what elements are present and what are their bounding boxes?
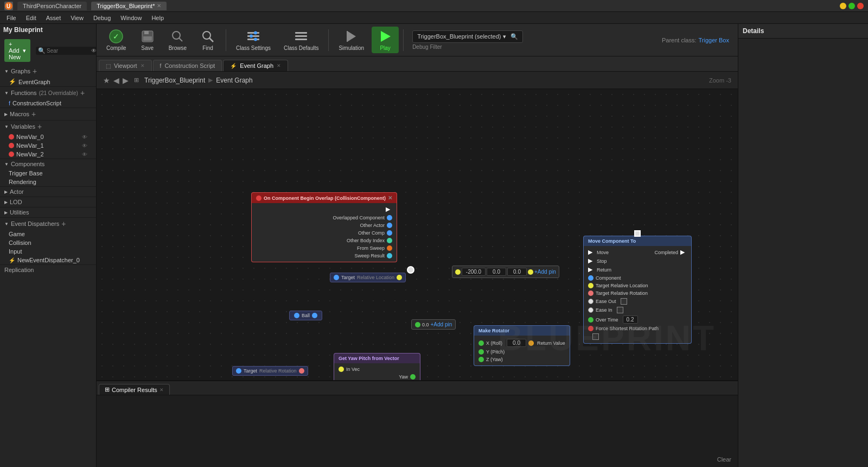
xyz-exec-in <box>455 269 461 275</box>
breadcrumb-graph[interactable]: Event Graph <box>216 77 252 84</box>
play-button[interactable]: Play <box>372 27 399 53</box>
search-input[interactable] <box>47 48 90 54</box>
var-newvar1[interactable]: NewVar_1 👁 <box>0 141 96 150</box>
macros-header[interactable]: ▶ Macros + <box>0 108 96 120</box>
comp-trigger-base[interactable]: Trigger Base <box>0 169 96 178</box>
pin-ease-out: Ease Out <box>584 297 691 306</box>
compiler-results-close[interactable]: ✕ <box>159 387 164 393</box>
menu-file[interactable]: File <box>2 14 21 22</box>
var-newvar2[interactable]: NewVar_2 👁 <box>0 150 96 159</box>
y-value-input[interactable] <box>487 268 506 276</box>
xyz-values-node[interactable]: +Add pin <box>452 266 559 278</box>
var1-eye[interactable]: 👁 <box>82 143 87 149</box>
utilities-header[interactable]: ▶ Utilities <box>0 207 96 217</box>
menu-edit[interactable]: Edit <box>22 14 41 22</box>
minimize-button[interactable] <box>840 3 846 9</box>
save-button[interactable]: Save <box>134 27 161 53</box>
search-bar[interactable]: 🔍 👁 <box>36 47 97 55</box>
menu-view[interactable]: View <box>66 14 88 22</box>
collision-node-close[interactable]: ✕ <box>388 195 392 201</box>
debug-filter-search-icon[interactable]: 🔍 <box>510 33 518 40</box>
breadcrumb-star[interactable]: ★ <box>103 76 110 85</box>
actor-header[interactable]: ▶ Actor <box>0 187 96 197</box>
target-location-node[interactable]: Target Relative Location <box>330 273 406 282</box>
simulation-icon <box>344 29 359 44</box>
variables-add[interactable]: + <box>37 122 42 131</box>
tab-viewport[interactable]: ⬚ Viewport ✕ <box>99 60 152 71</box>
collision-node[interactable]: On Component Begin Overlap (CollisionCom… <box>251 192 397 262</box>
var0-color <box>9 134 14 140</box>
add-pin-node[interactable]: 0.0 +Add pin <box>411 319 456 330</box>
breadcrumb-forward[interactable]: ▶ <box>123 76 129 85</box>
class-settings-button[interactable]: Class Settings <box>231 27 276 53</box>
dispatcher-collision[interactable]: Collision <box>0 238 96 247</box>
bottom-panel: ⊞ Compiler Results ✕ Clear <box>97 380 738 467</box>
addpin-value: 0.0 <box>422 322 429 327</box>
tab-event-graph[interactable]: ⚡ Event Graph ✕ <box>223 60 288 71</box>
close-button[interactable] <box>857 3 864 9</box>
eye-icon[interactable]: 👁 <box>91 48 97 54</box>
graphs-section: ▼ Graphs + ⚡ EventGraph <box>0 65 96 87</box>
pin-fromsweep-label: From Sweep <box>357 245 385 251</box>
graph-item-eventgraph[interactable]: ⚡ EventGraph <box>0 77 96 86</box>
functions-header[interactable]: ▼ Functions (21 Overridable) + <box>0 87 96 99</box>
graphs-add[interactable]: + <box>33 67 37 75</box>
right-panel: Details <box>738 24 868 467</box>
menu-debug[interactable]: Debug <box>89 14 115 22</box>
find-button[interactable]: Find <box>194 27 221 53</box>
dispatcher-game[interactable]: Game <box>0 230 96 238</box>
construction-tab-icon: f <box>160 63 162 69</box>
var-newvar0[interactable]: NewVar_0 👁 <box>0 132 96 141</box>
function-construction-script[interactable]: f ConstructionScript <box>0 99 96 108</box>
addpin-button[interactable]: +Add pin <box>431 321 452 327</box>
breadcrumb-separator: ▶ <box>208 77 213 84</box>
debug-filter-dropdown[interactable]: TriggerBox_Blueprint (selected) ▾ 🔍 <box>412 30 523 43</box>
browse-button[interactable]: Browse <box>163 27 192 53</box>
blueprint-canvas[interactable]: On Component Begin Overlap (CollisionCom… <box>97 89 738 380</box>
compiler-results-tab[interactable]: ⊞ Compiler Results ✕ <box>99 384 170 395</box>
tab-construction-script[interactable]: f Construction Script <box>153 60 222 71</box>
eventgraph-close[interactable]: ✕ <box>277 63 281 68</box>
components-header[interactable]: ▼ Components <box>0 159 96 169</box>
maximize-button[interactable] <box>848 3 855 9</box>
menu-asset[interactable]: Asset <box>42 14 66 22</box>
functions-add[interactable]: + <box>80 89 85 97</box>
x-value-input[interactable] <box>462 268 486 276</box>
event-dispatchers-add[interactable]: + <box>61 219 66 228</box>
target-rotation-node[interactable]: Target Relative Rotation <box>232 366 308 376</box>
simulation-button[interactable]: Simulation <box>333 27 369 53</box>
add-new-button[interactable]: + Add New ▾ <box>4 39 30 62</box>
macros-add[interactable]: + <box>31 110 36 118</box>
variables-header[interactable]: ▼ Variables + <box>0 121 96 132</box>
comp-rendering[interactable]: Rendering <box>0 178 96 186</box>
compile-button[interactable]: ✓ Compile <box>101 27 132 53</box>
dispatcher-new[interactable]: ⚡ NewEventDispatcher_0 <box>0 256 96 264</box>
get-yaw-pitch-node[interactable]: Get Yaw Pitch from Vector In Vec Yaw Pit… <box>334 353 420 380</box>
var0-eye[interactable]: 👁 <box>82 134 87 140</box>
graphs-header[interactable]: ▼ Graphs + <box>0 65 96 77</box>
tab-third-person[interactable]: ThirdPersonCharacter <box>17 2 87 10</box>
ease-out-checkbox[interactable] <box>621 298 627 305</box>
ball-node[interactable]: Ball <box>289 311 322 320</box>
ease-in-checkbox[interactable] <box>617 307 623 313</box>
z-value-input[interactable] <box>507 268 527 276</box>
menu-window[interactable]: Window <box>116 14 146 22</box>
blueprint-header[interactable]: My Blueprint <box>0 24 96 36</box>
parent-class-area: Parent class: Trigger Box <box>658 37 733 43</box>
parent-class-link[interactable]: Trigger Box <box>699 37 729 43</box>
main-area: ✓ Compile Save Browse Find <box>97 24 738 467</box>
tab-trigger-box[interactable]: TriggerBox_Blueprint* ✕ <box>91 2 167 10</box>
xyz-add-pin[interactable]: +Add pin <box>534 269 556 275</box>
viewport-close[interactable]: ✕ <box>141 63 145 68</box>
lod-header[interactable]: ▶ LOD <box>0 197 96 207</box>
pin-target-rel-rot: Target Relative Rotation <box>584 289 691 297</box>
breadcrumb-back[interactable]: ◀ <box>113 76 119 85</box>
var2-eye[interactable]: 👁 <box>82 152 87 157</box>
breadcrumb-blueprint[interactable]: TriggerBox_Blueprint <box>144 77 205 84</box>
class-defaults-button[interactable]: Class Defaults <box>278 27 324 53</box>
tab-trigger-box-close[interactable]: ✕ <box>157 3 161 9</box>
menu-help[interactable]: Help <box>147 14 168 22</box>
dispatcher-input[interactable]: Input <box>0 247 96 256</box>
event-dispatchers-header[interactable]: ▼ Event Dispatchers + <box>0 218 96 230</box>
clear-button[interactable]: Clear <box>717 456 731 463</box>
